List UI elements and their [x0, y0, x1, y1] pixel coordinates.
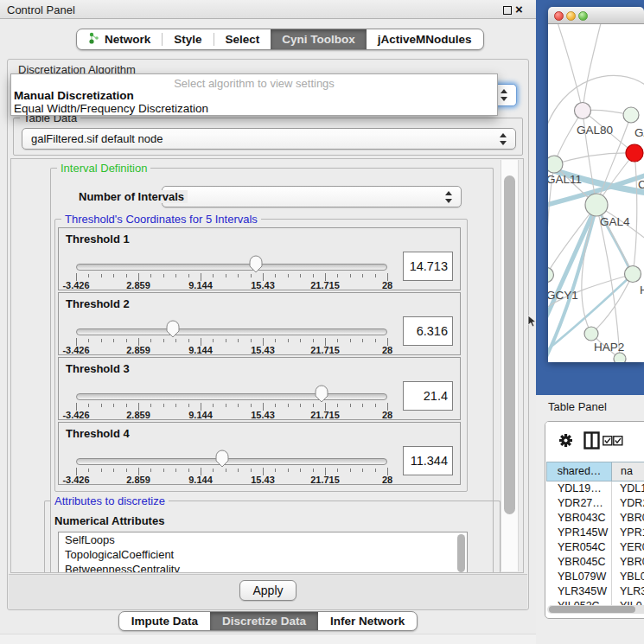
threshold-3-slider-track[interactable]: [76, 393, 387, 400]
table-row[interactable]: YBL079WYBL0: [546, 570, 644, 584]
table-row[interactable]: YLR345WYLR3: [546, 584, 644, 599]
gear-icon[interactable]: [558, 433, 573, 448]
list-item[interactable]: SelfLoops: [59, 532, 467, 547]
table-rows: YDL19…YDL1 YDR27…YDR2 YBR043CYBR0 YPR145…: [546, 481, 644, 614]
combo-spinner-icon: [501, 88, 508, 102]
bottom-tabbar: Impute Data Discretize Data Infer Networ…: [0, 611, 536, 631]
threshold-4-label: Threshold 4: [66, 427, 130, 440]
tab-cyni-toolbox[interactable]: Cyni Toolbox: [271, 29, 367, 49]
table-data-selected-value: galFiltered.sif default node: [31, 132, 163, 145]
checkbox-icons[interactable]: [603, 436, 623, 446]
node-label: GAL4: [600, 215, 630, 228]
threshold-1-value-field[interactable]: [403, 252, 453, 281]
slider-tick-labels: -3.4262.8599.14415.4321.71528: [76, 345, 387, 355]
table-row[interactable]: YBR043CYBR0: [546, 511, 644, 526]
network-canvas[interactable]: GAL80 GAL GAL11 C GAL4 GCY1 H HAP2: [548, 24, 644, 362]
apply-button[interactable]: Apply: [239, 580, 296, 601]
threshold-4-slider-track[interactable]: [76, 458, 387, 465]
number-of-intervals-label: Number of Intervals: [75, 190, 188, 203]
threshold-4-slider-thumb[interactable]: [215, 450, 229, 468]
table-hscrollbar-track[interactable]: [547, 605, 644, 614]
threshold-2-label: Threshold 2: [66, 297, 130, 310]
network-view-window: GAL80 GAL GAL11 C GAL4 GCY1 H HAP2: [548, 7, 644, 362]
node-bottom[interactable]: [614, 353, 626, 362]
algorithm-option-equal-width[interactable]: Equal Width/Frequency Discretization: [11, 102, 497, 115]
tab-jactivemnodules[interactable]: jActiveMNodules: [367, 29, 483, 49]
node-gal-top[interactable]: [623, 107, 639, 123]
threshold-4-value-field[interactable]: [403, 446, 453, 475]
combo-spinner-icon: [445, 190, 453, 204]
threshold-2-slider-track[interactable]: [76, 328, 387, 335]
tab-select[interactable]: Select: [214, 29, 271, 49]
numerical-attributes-label: Numerical Attributes: [51, 514, 168, 527]
status-strip: [0, 634, 536, 644]
column-header-name[interactable]: na: [612, 462, 644, 481]
slider-tick-labels: -3.4262.8599.14415.4321.71528: [76, 410, 387, 420]
table-row[interactable]: YPR145WYPR1: [546, 526, 644, 540]
algorithm-dropdown-popup: Select algorithm to view settings Manual…: [10, 73, 498, 116]
control-panel-window: Control Panel × Network Style Select Cyn…: [0, 0, 536, 644]
close-icon[interactable]: ×: [515, 2, 523, 17]
node-label: GAL80: [577, 124, 613, 137]
table-panel-body: shared… na YDL19…YDL1 YDR27…YDR2 YBR043C…: [545, 421, 644, 619]
number-of-intervals-combobox[interactable]: 5: [162, 186, 462, 207]
threshold-3-value-field[interactable]: [403, 381, 453, 411]
table-toolbar: [545, 422, 644, 462]
table-row[interactable]: YBR045CYBR0: [546, 555, 644, 570]
settings-scroll-area: Interval Definition Number of Intervals …: [10, 158, 524, 573]
list-item[interactable]: BetweennessCentrality: [59, 562, 467, 573]
attributes-group-label: Attributes to discretize: [51, 494, 169, 507]
attributes-list-scrollbar[interactable]: [457, 534, 465, 572]
tab-network[interactable]: Network: [77, 29, 162, 49]
threshold-1-label: Threshold 1: [66, 233, 130, 245]
node-label: H: [640, 284, 644, 296]
tab-impute-data[interactable]: Impute Data: [119, 612, 210, 630]
table-row[interactable]: YDL19…YDL1: [546, 481, 644, 496]
table-data-combobox[interactable]: galFiltered.sif default node: [22, 128, 516, 150]
table-header-row: shared… na: [546, 462, 644, 481]
threshold-1-slider-track[interactable]: [76, 264, 387, 271]
threshold-3-slider-thumb[interactable]: [315, 385, 328, 403]
node-label: GAL: [634, 126, 644, 139]
control-panel-tabbar: Network Style Select Cyni Toolbox jActiv…: [76, 29, 484, 50]
zoom-traffic-light-icon[interactable]: [578, 11, 588, 21]
algorithm-option-manual[interactable]: Manual Discretization: [11, 89, 497, 102]
window-title: Control Panel: [7, 3, 75, 16]
node-label: C: [638, 178, 644, 191]
table-panel-title: Table Panel: [548, 400, 607, 413]
close-traffic-light-icon[interactable]: [554, 11, 564, 21]
table-row[interactable]: YDR27…YDR2: [546, 496, 644, 511]
node-gcy1[interactable]: [548, 268, 554, 283]
node-label: GCY1: [548, 289, 578, 302]
tab-infer-network[interactable]: Infer Network: [318, 612, 417, 630]
list-item[interactable]: TopologicalCoefficient: [59, 547, 467, 562]
table-row[interactable]: YER054CYER0: [546, 540, 644, 555]
node-gal11[interactable]: [548, 156, 563, 173]
node-hap2[interactable]: [584, 327, 598, 341]
column-header-shared[interactable]: shared…: [546, 462, 612, 481]
node-gal4[interactable]: [585, 194, 608, 216]
float-window-icon[interactable]: [503, 6, 512, 15]
node-h[interactable]: [625, 266, 641, 283]
threshold-3-label: Threshold 3: [66, 362, 130, 375]
tab-style[interactable]: Style: [163, 29, 213, 49]
settings-scrollbar-thumb[interactable]: [504, 175, 515, 514]
control-panel-titlebar: Control Panel ×: [0, 0, 536, 19]
threshold-2-value-field[interactable]: [403, 316, 453, 346]
slider-tick-labels: -3.4262.8599.14415.4321.71528: [76, 280, 387, 290]
table-hscrollbar-thumb[interactable]: [549, 606, 635, 613]
slider-tick-labels: -3.4262.8599.14415.4321.71528: [76, 475, 387, 485]
thresholds-group-label: Threshold's Coordinates for 5 Intervals: [61, 213, 261, 226]
split-columns-icon[interactable]: [583, 431, 600, 450]
node-red-selected[interactable]: [626, 144, 643, 162]
settings-scrollbar-track[interactable]: [501, 160, 519, 571]
tab-discretize-data[interactable]: Discretize Data: [210, 612, 318, 630]
tab-network-label: Network: [105, 33, 150, 46]
threshold-1-box: Threshold 1 -3.4262.8599.14415.4321.7152…: [58, 227, 461, 290]
interval-definition-label: Interval Definition: [57, 162, 150, 175]
threshold-2-slider-thumb[interactable]: [166, 320, 180, 338]
minimize-traffic-light-icon[interactable]: [566, 11, 576, 21]
table-panel: Table Panel: [536, 395, 644, 644]
node-gal80[interactable]: [575, 103, 591, 119]
threshold-1-slider-thumb[interactable]: [249, 255, 263, 273]
